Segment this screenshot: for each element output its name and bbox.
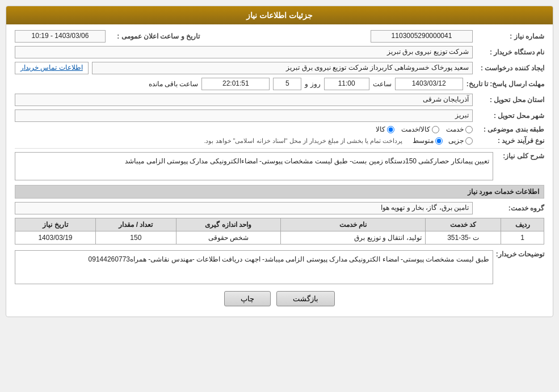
services-section-title: اطلاعات خدمات مورد نیاز: [15, 185, 544, 199]
category-kala-khadamat-label: کالا/خدمت: [401, 125, 430, 133]
creator-contact-link[interactable]: اطلاعات تماس خریدار: [15, 62, 89, 74]
category-label: طبقه بندی موضوعی :: [476, 125, 544, 133]
purchase-note: پرداخت تمام یا بخشی از مبلغ خریدار از مح…: [204, 137, 402, 145]
col-quantity: تعداد / مقدار: [95, 218, 176, 231]
purchase-option-jozee[interactable]: جزیی: [448, 137, 473, 145]
service-group-label: گروه خدمت:: [476, 204, 544, 212]
creator-value: سعید پورخاک خسروشاهی کاربرداز شرکت توزیع…: [92, 62, 473, 74]
deadline-day-label: روز و: [305, 80, 320, 88]
deadline-label: مهلت ارسال پاسخ: تا تاریخ:: [466, 80, 544, 88]
buyer-org-value: شرکت توزیع نیروی برق تبریز: [15, 46, 473, 58]
back-button[interactable]: بازگشت: [276, 291, 335, 306]
province-value: آذربایجان شرقی: [15, 94, 473, 106]
cell-service-name: تولید، انتقال و توزیع برق: [280, 231, 425, 245]
purchase-type-label: نوع فرآیند خرید :: [476, 137, 544, 145]
province-label: استان محل تحویل :: [476, 96, 544, 104]
cell-row-num: 1: [501, 231, 544, 245]
category-kala-label: کالا: [376, 125, 385, 133]
cell-date: 1403/03/19: [15, 231, 96, 245]
announce-date-label: تاریخ و ساعت اعلان عمومی :: [109, 32, 200, 40]
action-buttons: بازگشت چاپ: [15, 291, 544, 306]
category-option-kala-khadamat[interactable]: کالا/خدمت: [401, 125, 439, 133]
col-row-num: ردیف: [501, 218, 544, 231]
category-radio-group: خدمت کالا/خدمت کالا: [376, 125, 473, 133]
col-service-name: نام خدمت: [280, 218, 425, 231]
services-table: ردیف کد خدمت نام خدمت واحد اندازه گیری ت…: [15, 218, 544, 245]
buyer-notes-label: توضیحات خریدار:: [499, 250, 544, 258]
deadline-remain-value: 22:01:51: [201, 78, 270, 90]
page-title: جزئیات اطلاعات نیاز: [6, 6, 553, 24]
service-group-value: تامین برق، گاز، بخار و تهویه هوا: [15, 202, 473, 214]
need-number-value: 1103005290000041: [371, 30, 473, 43]
purchase-mottavasset-label: متوسط: [413, 137, 434, 145]
print-button[interactable]: چاپ: [224, 291, 271, 306]
city-value: تبریز: [15, 109, 473, 122]
buyer-org-label: نام دستگاه خریدار :: [476, 48, 544, 56]
col-date: تاریخ نیاز: [15, 218, 96, 231]
purchase-type-container: جزیی متوسط پرداخت تمام یا بخشی از مبلغ خ…: [204, 137, 473, 145]
category-option-kala[interactable]: کالا: [376, 125, 394, 133]
deadline-time-label: ساعت: [373, 80, 392, 88]
deadline-day-value: 5: [273, 78, 301, 90]
deadline-time-value: 11:00: [324, 78, 369, 90]
creator-label: ایجاد کننده درخواست :: [476, 64, 544, 72]
table-row: 1 ت -35-351 تولید، انتقال و توزیع برق شخ…: [15, 231, 544, 245]
deadline-remain-label: ساعت باقی مانده: [149, 80, 199, 88]
purchase-jozee-label: جزیی: [448, 137, 464, 145]
buyer-notes-text: طبق لیست مشخصات پیوستی- امضاء الکترونیکی…: [15, 250, 493, 284]
cell-unit: شخص حقوقی: [176, 231, 280, 245]
deadline-date-value: 1403/03/12: [395, 78, 463, 90]
city-label: شهر محل تحویل :: [476, 112, 544, 120]
need-description-label: شرح کلی نیاز:: [499, 152, 544, 160]
category-khadamat-label: خدمت: [446, 125, 464, 133]
col-service-code: کد خدمت: [425, 218, 501, 231]
cell-quantity: 150: [95, 231, 176, 245]
category-option-khadamat[interactable]: خدمت: [446, 125, 473, 133]
announce-date-value: 1403/03/06 - 10:19: [15, 30, 106, 43]
need-number-label: شماره نیاز :: [476, 32, 544, 40]
col-unit: واحد اندازه گیری: [176, 218, 280, 231]
purchase-option-mottavasset[interactable]: متوسط: [413, 137, 443, 145]
need-description-text: تعیین پیمانکار حصارکشی 150دستگاه زمین بس…: [15, 152, 493, 180]
cell-service-code: ت -35-351: [425, 231, 501, 245]
